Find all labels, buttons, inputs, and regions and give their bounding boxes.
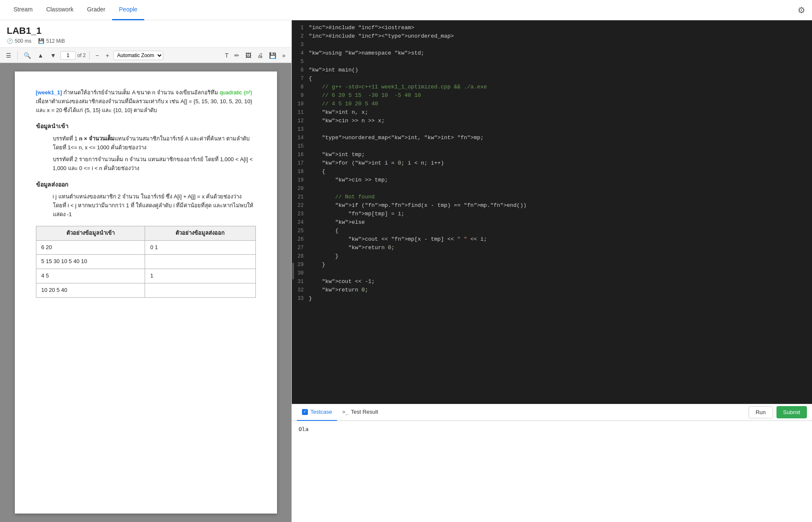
line-code: }: [309, 294, 812, 303]
line-number: 26: [292, 235, 309, 244]
pdf-viewer-panel: LAB1_1 🕐 500 ms 💾 512 MiB ☰ 🔍 ▲ ▼ of 2: [0, 20, 292, 522]
line-number: 32: [292, 286, 309, 294]
code-line: 31 "kw">cout << -1;: [292, 277, 812, 286]
zoom-out-button[interactable]: −: [93, 50, 102, 60]
table-header-output: ตัวอย่างข้อมูลส่งออก: [145, 226, 255, 240]
line-number: 2: [292, 32, 309, 41]
line-number: 11: [292, 108, 309, 117]
line-code: {: [309, 227, 812, 235]
code-line: 9 // 6 20 5 15 -30 10 -5 40 10: [292, 91, 812, 100]
divider-handle: [292, 263, 294, 280]
code-line: 7{: [292, 74, 812, 83]
code-line: 8 // g++ -std=c++11 week1_1_optimized.cp…: [292, 83, 812, 91]
line-code: "kw">int n, x;: [309, 108, 812, 117]
zoom-select[interactable]: Automatic Zoom 50% 75% 100% 125% 150%: [113, 51, 163, 60]
line-code: // 4 5 10 20 5 40: [309, 100, 812, 108]
draw-tool-button[interactable]: ✏: [232, 50, 242, 60]
sidebar-toggle-button[interactable]: ☰: [3, 50, 14, 60]
download-button[interactable]: 💾: [266, 50, 279, 60]
lab-meta: 🕐 500 ms 💾 512 MiB: [7, 38, 285, 44]
run-button[interactable]: Run: [749, 406, 773, 418]
nav-people[interactable]: People: [112, 0, 144, 20]
search-pdf-button[interactable]: 🔍: [21, 50, 33, 60]
line-number: 8: [292, 83, 309, 91]
code-line: 21 // Not found: [292, 193, 812, 201]
code-line: 13: [292, 125, 812, 134]
more-tools-button[interactable]: »: [280, 50, 288, 60]
page-separator: of 2: [77, 52, 86, 58]
code-line: 20: [292, 184, 812, 193]
tab-test-result[interactable]: >_ Test Result: [337, 404, 383, 421]
code-line: 24 "kw">else: [292, 218, 812, 227]
line-code: }: [309, 252, 812, 261]
code-line: 16 "kw">int tmp;: [292, 151, 812, 159]
line-code: "kw">int main(): [309, 66, 812, 74]
divider-1: [17, 51, 18, 60]
pdf-right-tools: T ✏ 🖼 🖨 💾 »: [222, 50, 288, 60]
page-number-input[interactable]: [60, 51, 76, 60]
line-number: 19: [292, 176, 309, 184]
code-line: 6"kw">int main(): [292, 66, 812, 74]
line-code: {: [309, 168, 812, 176]
nav-classwork[interactable]: Classwork: [39, 0, 80, 20]
zoom-in-button[interactable]: +: [103, 50, 112, 60]
line-number: 28: [292, 252, 309, 261]
code-line: 33}: [292, 294, 812, 303]
line-number: 24: [292, 218, 309, 227]
table-header-input: ตัวอย่างข้อมูลนำเข้า: [36, 226, 145, 240]
code-editor[interactable]: 1"inc">#include "incf"><iostream>2"inc">…: [292, 20, 812, 404]
line-number: 22: [292, 201, 309, 210]
code-line: 23 "fn">mp[tmp] = i;: [292, 210, 812, 218]
code-line: 3: [292, 41, 812, 49]
line-code: // 6 20 5 15 -30 10 -5 40 10: [309, 91, 812, 100]
code-line: 10 // 4 5 10 20 5 40: [292, 100, 812, 108]
print-button[interactable]: 🖨: [255, 50, 266, 60]
table-row: 4 5 1: [36, 269, 255, 283]
testcase-text: Ola: [299, 426, 805, 432]
code-line: 29 }: [292, 261, 812, 269]
pdf-content-area: [week1_1] กำหนดให้อาร์เรย์จำนวนเต็ม A ขน…: [0, 63, 291, 522]
nav-grader[interactable]: Grader: [80, 0, 112, 20]
line-number: 18: [292, 168, 309, 176]
bottom-tab-actions: Run Submit: [749, 406, 807, 418]
line-code: "kw">cin >> tmp;: [309, 176, 812, 184]
line-code: "fn">mp[tmp] = i;: [309, 210, 812, 218]
line-code: "type">unordered_map<"kw">int, "kw">int>…: [309, 134, 812, 142]
example-input-4: 10 20 5 40: [36, 283, 145, 297]
line-number: 4: [292, 49, 309, 58]
code-line: 15: [292, 142, 812, 151]
line-code: "inc">#include "incf"><iostream>: [309, 24, 812, 32]
nav-stream[interactable]: Stream: [7, 0, 39, 20]
memory-limit: 💾 512 MiB: [38, 38, 65, 44]
line-number: 12: [292, 117, 309, 125]
prev-page-button[interactable]: ▲: [35, 50, 46, 60]
line-code: }: [309, 261, 812, 269]
code-line: 28 }: [292, 252, 812, 261]
input-line-1: บรรทัดที่ 1 n × จำนวนเต็มแทนจำนวนสมาชิกใ…: [36, 135, 256, 152]
code-panel: 1"inc">#include "incf"><iostream>2"inc">…: [292, 20, 812, 522]
panel-resize-divider[interactable]: [292, 20, 294, 522]
clock-icon: 🕐: [7, 38, 13, 44]
tab-testcase[interactable]: Testcase: [297, 404, 337, 421]
checkbox-icon: [302, 409, 308, 415]
line-number: 1: [292, 24, 309, 32]
line-number: 5: [292, 58, 309, 66]
code-line: 30: [292, 269, 812, 277]
top-navigation: Stream Classwork Grader People ⚙: [0, 0, 812, 20]
line-number: 7: [292, 74, 309, 83]
line-code: "inc">#include "incf"><"type">unordered_…: [309, 32, 812, 41]
settings-icon[interactable]: ⚙: [798, 5, 805, 15]
table-row: 10 20 5 40: [36, 283, 255, 297]
submit-button[interactable]: Submit: [776, 406, 807, 418]
code-line: 22 "kw">if ("fn">mp."fn">find(x - tmp) =…: [292, 201, 812, 210]
line-code: "kw">int tmp;: [309, 151, 812, 159]
lab-header: LAB1_1 🕐 500 ms 💾 512 MiB: [0, 20, 291, 48]
next-page-button[interactable]: ▼: [48, 50, 59, 60]
example-input-2: 5 15 30 10 5 40 10: [36, 255, 145, 269]
code-line: 18 {: [292, 168, 812, 176]
text-tool-button[interactable]: T: [222, 50, 231, 60]
image-tool-button[interactable]: 🖼: [243, 50, 254, 60]
line-code: "kw">cout << "fn">mp[x - tmp] << " " << …: [309, 235, 812, 244]
line-code: "kw">if ("fn">mp."fn">find(x - tmp) == "…: [309, 201, 812, 210]
code-line: 2"inc">#include "incf"><"type">unordered…: [292, 32, 812, 41]
